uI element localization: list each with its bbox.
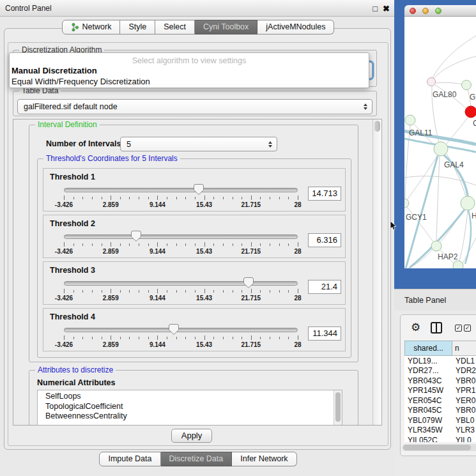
tab-infer-network[interactable]: Infer Network: [232, 452, 296, 466]
cell-name[interactable]: YER0: [452, 396, 476, 405]
threshold-slider[interactable]: -3.4262.8599.14415.4321.71528: [64, 183, 298, 208]
threshold-slider[interactable]: -3.4262.8599.14415.4321.71528: [64, 323, 298, 348]
threshold-value-field[interactable]: 11.344: [308, 326, 341, 341]
tab-style[interactable]: Style: [120, 20, 155, 35]
slider-track[interactable]: [64, 234, 298, 239]
zoom-traffic-light-icon[interactable]: [435, 8, 441, 14]
table-row[interactable]: YBR045CYBR0: [404, 406, 476, 416]
network-node[interactable]: [404, 199, 409, 208]
cell-name[interactable]: YBR0: [452, 406, 476, 415]
attribute-list-item[interactable]: TopologicalCoefficient: [38, 402, 342, 412]
minimize-traffic-light-icon[interactable]: [422, 8, 429, 14]
threshold-panel: Threshold 1 -3.4262.8599.14415.4321.7152…: [43, 168, 346, 211]
network-node[interactable]: [465, 106, 476, 118]
table-row[interactable]: YDL19...YDL1: [404, 356, 476, 366]
table-row[interactable]: YPR145WYPR1: [404, 386, 476, 396]
tab-jactivemnodules[interactable]: jActiveMNodules: [257, 20, 334, 35]
network-window-titlebar[interactable]: [404, 5, 476, 17]
network-node[interactable]: [405, 115, 415, 125]
threshold-slider[interactable]: -3.4262.8599.14415.4321.71528: [64, 276, 298, 302]
numerical-attributes-list[interactable]: SelfLoopsTopologicalCoefficientBetweenne…: [37, 390, 342, 426]
cell-name[interactable]: YBL0: [452, 416, 476, 425]
network-view-canvas[interactable]: GAL80G.CGAL11GAL4GCY1HHAP2: [404, 17, 476, 268]
cell-shared-name[interactable]: YBL079W: [404, 416, 452, 425]
cell-name[interactable]: YLR3: [452, 426, 476, 434]
dropdown-prompt-item[interactable]: Select algorithm to view settings: [10, 56, 369, 65]
network-node[interactable]: [434, 142, 448, 156]
cell-shared-name[interactable]: YBR043C: [404, 376, 452, 385]
cell-name[interactable]: YDL1: [452, 357, 476, 365]
table-row[interactable]: YDR27...YDR2: [404, 366, 476, 376]
table-row[interactable]: YIL052CYIL0: [404, 435, 476, 442]
network-node[interactable]: [431, 241, 441, 251]
list-scrollbar-thumb[interactable]: [335, 392, 341, 422]
dropdown-option-manual-discretization[interactable]: Manual Discretization: [10, 65, 369, 76]
dropdown-option-equal-width-frequency[interactable]: Equal Width/Frequency Discretization: [10, 76, 369, 87]
cell-name[interactable]: YBR0: [452, 376, 476, 385]
threshold-value-field[interactable]: 14.713: [308, 187, 341, 201]
scrollbar-thumb[interactable]: [403, 445, 471, 450]
slider-thumb[interactable]: [131, 231, 141, 242]
settings-vertical-scrollbar[interactable]: [372, 119, 381, 425]
slider-track[interactable]: [64, 281, 298, 286]
number-of-intervals-combobox[interactable]: 5: [120, 137, 277, 151]
slider-track[interactable]: [64, 188, 298, 192]
cell-shared-name[interactable]: YIL052C: [404, 436, 452, 442]
gear-icon[interactable]: ⚙: [411, 321, 420, 334]
cell-shared-name[interactable]: YLR345W: [404, 426, 452, 434]
tick-mark: [260, 290, 261, 293]
close-traffic-light-icon[interactable]: [410, 8, 416, 14]
network-node[interactable]: [453, 261, 463, 268]
tab-cyni-toolbox[interactable]: Cyni Toolbox: [195, 20, 257, 35]
threshold-value-field[interactable]: 6.316: [308, 233, 341, 247]
network-node[interactable]: [461, 196, 475, 210]
column-header-shared-name[interactable]: shared...: [404, 341, 452, 356]
close-panel-icon[interactable]: ✖: [383, 4, 390, 13]
scrollbar-thumb[interactable]: [374, 121, 380, 132]
apply-button[interactable]: Apply: [171, 429, 212, 443]
attribute-list-item[interactable]: BetweennessCentrality: [38, 411, 342, 422]
tick-mark: [288, 290, 289, 293]
cell-shared-name[interactable]: YBR045C: [404, 406, 452, 415]
network-node[interactable]: [427, 78, 436, 86]
slider-thumb[interactable]: [194, 184, 204, 195]
group-title: Interval Definition: [35, 120, 100, 129]
attribute-list-item[interactable]: SelfLoops: [38, 392, 342, 402]
interval-definition-group: Interval Definition Number of Intervals …: [29, 125, 358, 362]
tick-mark: [64, 242, 65, 247]
tab-select[interactable]: Select: [155, 20, 195, 35]
tab-discretize-data[interactable]: Discretize Data: [161, 452, 233, 466]
slider-thumb[interactable]: [169, 324, 179, 335]
threshold-value-field[interactable]: 21.4: [308, 280, 341, 294]
tick-mark: [204, 196, 205, 200]
column-header-name[interactable]: n: [452, 341, 476, 356]
right-workspace: GAL80G.CGAL11GAL4GCY1HHAP2 Table Panel ⚙…: [394, 0, 476, 476]
cell-shared-name[interactable]: YDR27...: [404, 366, 452, 375]
list-scrollbar[interactable]: [334, 390, 342, 426]
cell-name[interactable]: YDR2: [452, 366, 476, 375]
columns-icon[interactable]: [431, 322, 442, 334]
node-table: shared... n YDL19...YDL1YDR27...YDR2YBR0…: [404, 341, 476, 442]
checkbox-icon[interactable]: ✓: [464, 325, 471, 332]
table-row[interactable]: YBR043CYBR0: [404, 376, 476, 386]
cell-shared-name[interactable]: YER054C: [404, 396, 452, 405]
checkbox-icon[interactable]: ✓: [455, 325, 462, 332]
table-data-combobox[interactable]: galFiltered.sif default node: [17, 99, 372, 114]
screen: { "titlebar": { "title": "Control Panel"…: [0, 0, 476, 476]
network-node[interactable]: [462, 81, 472, 90]
table-row[interactable]: YLR345WYLR3: [404, 426, 476, 436]
table-row[interactable]: YBL079WYBL0: [404, 415, 476, 426]
slider-thumb[interactable]: [243, 277, 254, 288]
cell-name[interactable]: YIL0: [452, 436, 476, 442]
threshold-slider[interactable]: -3.4262.8599.14415.4321.71528: [64, 229, 298, 255]
tab-impute-data[interactable]: Impute Data: [99, 452, 160, 466]
table-horizontal-scrollbar[interactable]: [402, 444, 476, 451]
tab-network[interactable]: Network: [62, 20, 121, 35]
cell-name[interactable]: YPR1: [452, 386, 476, 395]
table-row[interactable]: YER054CYER0: [404, 395, 476, 406]
cell-shared-name[interactable]: YPR145W: [404, 386, 452, 395]
cell-shared-name[interactable]: YDL19...: [404, 357, 452, 365]
float-window-icon[interactable]: □: [372, 4, 378, 13]
slider-track[interactable]: [64, 328, 298, 332]
tick-mark: [298, 242, 298, 247]
